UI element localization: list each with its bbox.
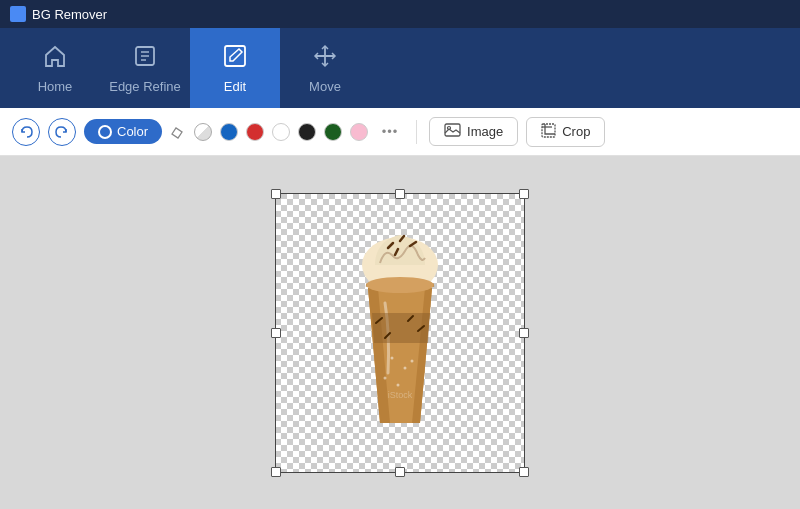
canvas-area: iStock xyxy=(0,156,800,509)
swatch-pink[interactable] xyxy=(350,123,368,141)
color-label: Color xyxy=(117,124,148,139)
swatch-white[interactable] xyxy=(272,123,290,141)
edit-icon xyxy=(222,43,248,73)
nav-home-label: Home xyxy=(38,79,73,94)
svg-rect-4 xyxy=(542,124,555,137)
navbar: Home Edge Refine Edit Move xyxy=(0,28,800,108)
color-dot-icon xyxy=(98,125,112,139)
nav-edge-refine-label: Edge Refine xyxy=(109,79,181,94)
crop-button[interactable]: Crop xyxy=(526,117,605,147)
color-button[interactable]: Color xyxy=(84,119,162,144)
more-icon: ••• xyxy=(382,124,399,139)
crop-icon xyxy=(541,123,556,141)
svg-rect-1 xyxy=(225,46,245,66)
handle-top-middle[interactable] xyxy=(395,189,405,199)
edge-refine-icon xyxy=(132,43,158,73)
app-title: BG Remover xyxy=(32,7,107,22)
swatch-transparent[interactable] xyxy=(194,123,212,141)
move-icon xyxy=(312,43,338,73)
sidebar-item-edge-refine[interactable]: Edge Refine xyxy=(100,28,190,108)
titlebar: BG Remover xyxy=(0,0,800,28)
handle-middle-left[interactable] xyxy=(271,328,281,338)
image-icon xyxy=(444,123,461,140)
swatch-black[interactable] xyxy=(298,123,316,141)
handle-bottom-middle[interactable] xyxy=(395,467,405,477)
handle-bottom-left[interactable] xyxy=(271,467,281,477)
sidebar-item-move[interactable]: Move xyxy=(280,28,370,108)
handle-bottom-right[interactable] xyxy=(519,467,529,477)
toolbar-divider xyxy=(416,120,417,144)
more-button[interactable]: ••• xyxy=(376,118,404,146)
undo-button[interactable] xyxy=(12,118,40,146)
swatch-green[interactable] xyxy=(324,123,342,141)
handle-top-right[interactable] xyxy=(519,189,529,199)
handle-middle-right[interactable] xyxy=(519,328,529,338)
swatch-red[interactable] xyxy=(246,123,264,141)
home-icon xyxy=(42,43,68,73)
crop-box[interactable] xyxy=(275,193,525,473)
crop-label: Crop xyxy=(562,124,590,139)
sidebar-item-home[interactable]: Home xyxy=(10,28,100,108)
image-button[interactable]: Image xyxy=(429,117,518,146)
sidebar-item-edit[interactable]: Edit xyxy=(190,28,280,108)
app-icon xyxy=(10,6,26,22)
nav-edit-label: Edit xyxy=(224,79,246,94)
eraser-icon xyxy=(170,124,186,140)
toolbar: Color ••• Image xyxy=(0,108,800,156)
image-label: Image xyxy=(467,124,503,139)
handle-top-left[interactable] xyxy=(271,189,281,199)
nav-move-label: Move xyxy=(309,79,341,94)
redo-button[interactable] xyxy=(48,118,76,146)
swatch-blue[interactable] xyxy=(220,123,238,141)
